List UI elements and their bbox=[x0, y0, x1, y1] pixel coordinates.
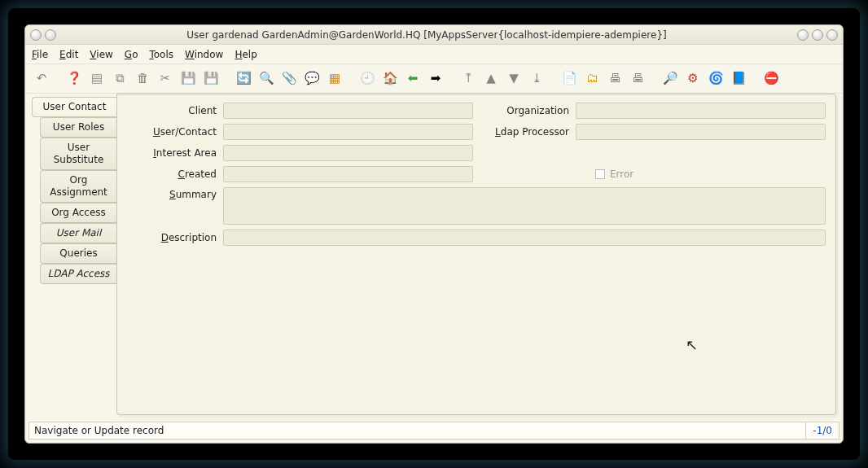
tab-user-roles[interactable]: User Roles bbox=[40, 117, 116, 138]
menu-go[interactable]: Go bbox=[125, 49, 138, 60]
input-interest-area[interactable] bbox=[223, 145, 473, 161]
copy-icon: ⧉ bbox=[110, 69, 129, 89]
help-icon[interactable]: ❓ bbox=[64, 69, 84, 89]
tab-user-mail[interactable]: User Mail bbox=[40, 223, 116, 243]
checkbox-error[interactable] bbox=[595, 169, 605, 179]
window-shade-icon[interactable] bbox=[45, 29, 56, 41]
input-client[interactable] bbox=[223, 103, 473, 119]
input-organization[interactable] bbox=[576, 103, 826, 119]
maximize-icon[interactable] bbox=[812, 29, 823, 41]
close-icon[interactable]: ⛔ bbox=[761, 69, 781, 89]
menu-file[interactable]: File bbox=[32, 49, 48, 60]
next-icon: ▼ bbox=[504, 69, 524, 89]
delete-sel-icon: ✂ bbox=[156, 69, 175, 89]
refresh-icon[interactable]: 🔄 bbox=[234, 69, 253, 89]
input-user-contact[interactable] bbox=[223, 124, 473, 140]
input-description[interactable] bbox=[223, 230, 826, 246]
menu-edit[interactable]: Edit bbox=[59, 49, 78, 60]
record-count: -1/0 bbox=[805, 422, 839, 439]
label-summary: Summary bbox=[127, 187, 217, 200]
history-icon: 🕘 bbox=[357, 69, 377, 89]
label-error: Error bbox=[610, 168, 633, 180]
titlebar: User gardenad GardenAdmin@GardenWorld.HQ… bbox=[25, 25, 843, 45]
tab-org-assignment[interactable]: Org Assignment bbox=[40, 170, 116, 203]
tab-user-substitute[interactable]: User Substitute bbox=[40, 138, 116, 170]
input-ldap-processor[interactable] bbox=[576, 124, 826, 140]
report-icon[interactable]: 📄 bbox=[559, 69, 579, 89]
label-ldap-processor: Ldap Processor bbox=[480, 126, 569, 138]
label-created: Created bbox=[127, 168, 217, 180]
grid-icon[interactable]: ▦ bbox=[325, 69, 344, 89]
menu-window[interactable]: Window bbox=[185, 49, 223, 60]
zoom-icon[interactable]: 🔎 bbox=[660, 69, 680, 89]
first-icon: ⤒ bbox=[458, 69, 478, 89]
window-menu-icon[interactable] bbox=[30, 29, 42, 41]
forward-icon[interactable]: ➡ bbox=[426, 69, 445, 89]
tab-strip: User ContactUser RolesUser SubstituteOrg… bbox=[32, 94, 116, 415]
window-close-icon[interactable] bbox=[826, 29, 838, 41]
archive-icon[interactable]: 🗂 bbox=[582, 69, 602, 89]
prev-icon: ▲ bbox=[481, 69, 501, 89]
save-new-icon: 💾 bbox=[201, 69, 221, 89]
statusbar: Navigate or Update record -1/0 bbox=[28, 422, 840, 440]
label-organization: Organization bbox=[480, 105, 569, 116]
label-description: Description bbox=[127, 232, 217, 243]
workflow-icon[interactable]: 🌀 bbox=[706, 69, 726, 89]
label-interest-area: Interest Area bbox=[127, 147, 217, 159]
menu-tools[interactable]: Tools bbox=[149, 49, 173, 60]
product-icon[interactable]: 📘 bbox=[729, 69, 748, 89]
menubar: FileEditViewGoToolsWindowHelp bbox=[25, 45, 843, 64]
textarea-summary[interactable] bbox=[223, 187, 826, 225]
process-icon[interactable]: ⚙ bbox=[683, 69, 703, 89]
undo-icon: ↶ bbox=[32, 69, 51, 89]
attach-icon[interactable]: 📎 bbox=[279, 69, 299, 89]
toolbar: ↶❓▤⧉🗑✂💾💾🔄🔍📎💬▦🕘🏠⬅➡⤒▲▼⤓📄🗂🖶🖶🔎⚙🌀📘⛔ bbox=[25, 64, 843, 94]
tab-ldap-access[interactable]: LDAP Access bbox=[40, 264, 116, 284]
home-icon[interactable]: 🏠 bbox=[380, 69, 400, 89]
status-message: Navigate or Update record bbox=[29, 425, 805, 436]
print-prev-icon: 🖶 bbox=[605, 69, 625, 89]
print-icon: 🖶 bbox=[628, 69, 647, 89]
tab-user-contact[interactable]: User Contact bbox=[32, 97, 116, 117]
input-created[interactable] bbox=[223, 166, 473, 182]
tab-org-access[interactable]: Org Access bbox=[40, 203, 116, 223]
minimize-icon[interactable] bbox=[797, 29, 809, 41]
delete-icon: 🗑 bbox=[133, 69, 152, 89]
menu-help[interactable]: Help bbox=[235, 49, 256, 60]
form-panel: Client Organization User/Contact Ldap Pr… bbox=[116, 94, 836, 415]
chat-icon[interactable]: 💬 bbox=[302, 69, 322, 89]
menu-view[interactable]: View bbox=[90, 49, 112, 60]
back-icon[interactable]: ⬅ bbox=[403, 69, 423, 89]
app-window: User gardenad GardenAdmin@GardenWorld.HQ… bbox=[24, 24, 844, 444]
window-title: User gardenad GardenAdmin@GardenWorld.HQ… bbox=[56, 29, 797, 41]
last-icon: ⤓ bbox=[527, 69, 546, 89]
new-icon: ▤ bbox=[87, 69, 107, 89]
find-icon[interactable]: 🔍 bbox=[256, 69, 276, 89]
label-user-contact: User/Contact bbox=[127, 126, 217, 138]
save-icon: 💾 bbox=[178, 69, 198, 89]
label-client: Client bbox=[127, 105, 217, 116]
tab-queries[interactable]: Queries bbox=[40, 243, 116, 264]
